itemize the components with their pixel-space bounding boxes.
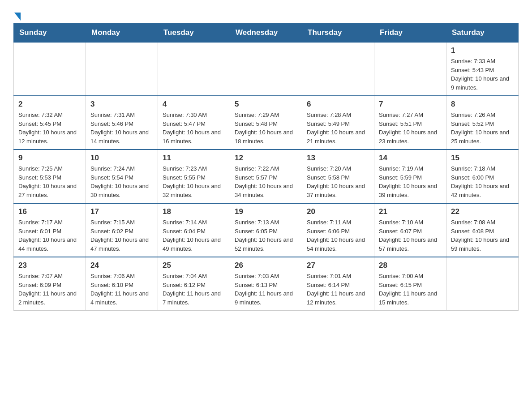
day-number: 14: [379, 154, 442, 163]
day-info: Sunrise: 7:28 AMSunset: 5:49 PMDaylight:…: [307, 111, 369, 146]
calendar-cell: 19Sunrise: 7:13 AMSunset: 6:05 PMDayligh…: [230, 203, 302, 257]
day-info: Sunrise: 7:29 AMSunset: 5:48 PMDaylight:…: [235, 111, 297, 146]
day-info: Sunrise: 7:06 AMSunset: 6:10 PMDaylight:…: [90, 272, 153, 307]
day-info: Sunrise: 7:14 AMSunset: 6:04 PMDaylight:…: [163, 218, 225, 253]
calendar-cell: 24Sunrise: 7:06 AMSunset: 6:10 PMDayligh…: [86, 257, 158, 311]
page-header: [13, 9, 519, 19]
day-info: Sunrise: 7:07 AMSunset: 6:09 PMDaylight:…: [18, 272, 81, 307]
day-info: Sunrise: 7:11 AMSunset: 6:06 PMDaylight:…: [307, 218, 369, 253]
day-number: 11: [163, 154, 225, 163]
day-number: 15: [451, 154, 514, 163]
day-number: 1: [451, 46, 514, 55]
day-number: 18: [163, 207, 225, 216]
day-info: Sunrise: 7:04 AMSunset: 6:12 PMDaylight:…: [163, 272, 225, 307]
day-number: 27: [307, 261, 369, 270]
calendar-cell: 4Sunrise: 7:30 AMSunset: 5:47 PMDaylight…: [158, 96, 230, 150]
day-number: 10: [90, 154, 153, 163]
weekday-header-tuesday: Tuesday: [158, 24, 230, 43]
day-number: 8: [451, 100, 514, 109]
calendar-cell: 3Sunrise: 7:31 AMSunset: 5:46 PMDaylight…: [86, 96, 158, 150]
logo-arrow-icon: [14, 13, 21, 21]
day-info: Sunrise: 7:25 AMSunset: 5:53 PMDaylight:…: [18, 164, 81, 199]
day-info: Sunrise: 7:15 AMSunset: 6:02 PMDaylight:…: [90, 218, 153, 253]
calendar-cell: [14, 42, 86, 96]
day-number: 26: [235, 261, 297, 270]
calendar-cell: 6Sunrise: 7:28 AMSunset: 5:49 PMDaylight…: [302, 96, 374, 150]
calendar-cell: 9Sunrise: 7:25 AMSunset: 5:53 PMDaylight…: [14, 150, 86, 203]
weekday-header-monday: Monday: [86, 24, 158, 43]
calendar-cell: 26Sunrise: 7:03 AMSunset: 6:13 PMDayligh…: [230, 257, 302, 311]
calendar-cell: [158, 42, 230, 96]
calendar-cell: 17Sunrise: 7:15 AMSunset: 6:02 PMDayligh…: [86, 203, 158, 257]
day-info: Sunrise: 7:30 AMSunset: 5:47 PMDaylight:…: [163, 111, 225, 146]
day-info: Sunrise: 7:00 AMSunset: 6:15 PMDaylight:…: [379, 272, 442, 307]
weekday-header-wednesday: Wednesday: [230, 24, 302, 43]
calendar-cell: 23Sunrise: 7:07 AMSunset: 6:09 PMDayligh…: [14, 257, 86, 311]
calendar-cell: 20Sunrise: 7:11 AMSunset: 6:06 PMDayligh…: [302, 203, 374, 257]
day-info: Sunrise: 7:17 AMSunset: 6:01 PMDaylight:…: [18, 218, 81, 253]
weekday-header-row: SundayMondayTuesdayWednesdayThursdayFrid…: [14, 24, 519, 43]
day-info: Sunrise: 7:08 AMSunset: 6:08 PMDaylight:…: [451, 218, 514, 253]
day-info: Sunrise: 7:24 AMSunset: 5:54 PMDaylight:…: [90, 164, 153, 199]
day-number: 3: [90, 100, 153, 109]
week-row-5: 23Sunrise: 7:07 AMSunset: 6:09 PMDayligh…: [14, 257, 519, 311]
calendar-cell: 18Sunrise: 7:14 AMSunset: 6:04 PMDayligh…: [158, 203, 230, 257]
calendar-cell: 15Sunrise: 7:18 AMSunset: 6:00 PMDayligh…: [446, 150, 519, 203]
day-info: Sunrise: 7:13 AMSunset: 6:05 PMDaylight:…: [235, 218, 297, 253]
calendar-cell: 11Sunrise: 7:23 AMSunset: 5:55 PMDayligh…: [158, 150, 230, 203]
day-number: 23: [18, 261, 81, 270]
day-number: 7: [379, 100, 442, 109]
calendar-cell: [302, 42, 374, 96]
weekday-header-friday: Friday: [374, 24, 446, 43]
day-number: 12: [235, 154, 297, 163]
day-info: Sunrise: 7:19 AMSunset: 5:59 PMDaylight:…: [379, 164, 442, 199]
day-number: 20: [307, 207, 369, 216]
day-number: 24: [90, 261, 153, 270]
day-number: 2: [18, 100, 81, 109]
day-number: 16: [18, 207, 81, 216]
calendar-cell: 7Sunrise: 7:27 AMSunset: 5:51 PMDaylight…: [374, 96, 446, 150]
weekday-header-thursday: Thursday: [302, 24, 374, 43]
day-info: Sunrise: 7:22 AMSunset: 5:57 PMDaylight:…: [235, 164, 297, 199]
calendar-table: SundayMondayTuesdayWednesdayThursdayFrid…: [13, 23, 519, 311]
day-number: 6: [307, 100, 369, 109]
calendar-cell: 16Sunrise: 7:17 AMSunset: 6:01 PMDayligh…: [14, 203, 86, 257]
calendar-cell: 10Sunrise: 7:24 AMSunset: 5:54 PMDayligh…: [86, 150, 158, 203]
calendar-cell: 12Sunrise: 7:22 AMSunset: 5:57 PMDayligh…: [230, 150, 302, 203]
day-info: Sunrise: 7:23 AMSunset: 5:55 PMDaylight:…: [163, 164, 225, 199]
calendar-cell: 2Sunrise: 7:32 AMSunset: 5:45 PMDaylight…: [14, 96, 86, 150]
calendar-cell: 14Sunrise: 7:19 AMSunset: 5:59 PMDayligh…: [374, 150, 446, 203]
logo: [13, 9, 21, 19]
day-number: 17: [90, 207, 153, 216]
day-info: Sunrise: 7:27 AMSunset: 5:51 PMDaylight:…: [379, 111, 442, 146]
calendar-cell: 13Sunrise: 7:20 AMSunset: 5:58 PMDayligh…: [302, 150, 374, 203]
calendar-cell: [230, 42, 302, 96]
day-number: 19: [235, 207, 297, 216]
calendar-cell: [374, 42, 446, 96]
calendar-cell: 22Sunrise: 7:08 AMSunset: 6:08 PMDayligh…: [446, 203, 519, 257]
day-number: 4: [163, 100, 225, 109]
day-number: 25: [163, 261, 225, 270]
week-row-1: 1Sunrise: 7:33 AMSunset: 5:43 PMDaylight…: [14, 42, 519, 96]
day-number: 21: [379, 207, 442, 216]
weekday-header-saturday: Saturday: [446, 24, 519, 43]
calendar-cell: 5Sunrise: 7:29 AMSunset: 5:48 PMDaylight…: [230, 96, 302, 150]
calendar-cell: 25Sunrise: 7:04 AMSunset: 6:12 PMDayligh…: [158, 257, 230, 311]
calendar-cell: 8Sunrise: 7:26 AMSunset: 5:52 PMDaylight…: [446, 96, 519, 150]
day-info: Sunrise: 7:20 AMSunset: 5:58 PMDaylight:…: [307, 164, 369, 199]
calendar-cell: 27Sunrise: 7:01 AMSunset: 6:14 PMDayligh…: [302, 257, 374, 311]
day-info: Sunrise: 7:31 AMSunset: 5:46 PMDaylight:…: [90, 111, 153, 146]
day-number: 13: [307, 154, 369, 163]
calendar-cell: [446, 257, 519, 311]
day-number: 5: [235, 100, 297, 109]
calendar-cell: 28Sunrise: 7:00 AMSunset: 6:15 PMDayligh…: [374, 257, 446, 311]
day-info: Sunrise: 7:10 AMSunset: 6:07 PMDaylight:…: [379, 218, 442, 253]
week-row-2: 2Sunrise: 7:32 AMSunset: 5:45 PMDaylight…: [14, 96, 519, 150]
calendar-cell: [86, 42, 158, 96]
day-info: Sunrise: 7:18 AMSunset: 6:00 PMDaylight:…: [451, 164, 514, 199]
day-info: Sunrise: 7:26 AMSunset: 5:52 PMDaylight:…: [451, 111, 514, 146]
calendar-cell: 1Sunrise: 7:33 AMSunset: 5:43 PMDaylight…: [446, 42, 519, 96]
week-row-4: 16Sunrise: 7:17 AMSunset: 6:01 PMDayligh…: [14, 203, 519, 257]
day-info: Sunrise: 7:03 AMSunset: 6:13 PMDaylight:…: [235, 272, 297, 307]
day-info: Sunrise: 7:32 AMSunset: 5:45 PMDaylight:…: [18, 111, 81, 146]
